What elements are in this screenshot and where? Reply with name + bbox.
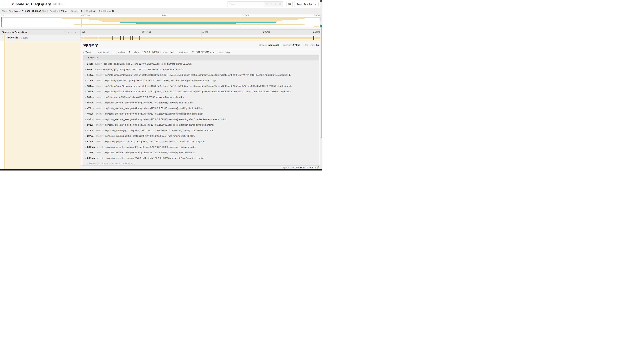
- log-row[interactable]: › 486μs: event = ‹sql/conn_executor_exec…: [84, 111, 319, 116]
- logs-list: › 34μs: event = ‹sql/exec_util.go:2297 […: [84, 60, 319, 161]
- log-row[interactable]: › 502μs: event = ‹sql/conn_executor_exec…: [84, 122, 319, 128]
- spanid-value: 4877749850101760812: [292, 166, 316, 169]
- log-row[interactable]: › 201μs: event = ‹sql/catalog/lease/desc…: [84, 89, 319, 94]
- log-row[interactable]: › 476μs: event = ‹sql/conn_executor_exec…: [84, 105, 319, 111]
- span-service-name: node sql1: [6, 36, 18, 39]
- summary-item: Depth 6: [82, 10, 95, 13]
- tag-item: _verbose = 1: [113, 51, 130, 53]
- log-key: event: [95, 63, 100, 65]
- next-match-icon[interactable]: ∨: [275, 3, 277, 5]
- view-selector-button[interactable]: Trace Timeline ∨: [294, 1, 318, 7]
- log-row[interactable]: › 597μs: event = ‹sql/distsql_running.go…: [84, 133, 319, 139]
- clear-find-icon[interactable]: ✕: [279, 3, 281, 5]
- span-detail-title: sql query: [83, 43, 259, 47]
- span-log-marker: [130, 36, 131, 40]
- log-key: event: [96, 124, 102, 126]
- meta-value: node sql1: [268, 44, 279, 46]
- service-operation-header: Service & Operation ∨ › » » ||: [0, 30, 81, 35]
- expand-all-icon[interactable]: »: [75, 31, 76, 34]
- trace-collapse-chevron-icon[interactable]: ∨: [12, 3, 14, 6]
- log-row[interactable]: › 2.69ms: event = ‹sql/conn_executor_exe…: [84, 144, 319, 150]
- minimap-left-handle[interactable]: [2, 17, 2, 21]
- log-key: event: [96, 107, 102, 110]
- ruler-tick-label: 697.75μs: [80, 14, 90, 16]
- summary-item: Trace Start March 31 2022, 17:25:09 .326: [2, 10, 46, 13]
- equals-sign: =: [102, 96, 104, 98]
- tag-value: 1: [112, 51, 113, 53]
- log-row[interactable]: › 678μs: event = ‹sql/distsql_physical_p…: [84, 139, 319, 144]
- log-row[interactable]: › 189μs: event = ‹sql/catalog/lease/desc…: [84, 83, 319, 89]
- back-button[interactable]: ←: [0, 0, 9, 8]
- equals-sign: =: [102, 135, 104, 137]
- log-row[interactable]: › 142μs: event = ‹sql/catalog/lease/desc…: [84, 72, 319, 78]
- scrollbar-teal-marker: [320, 25, 322, 27]
- tag-key: node: [162, 51, 168, 53]
- log-row[interactable]: › 459μs: event = ‹sql/conn_executor_exec…: [84, 100, 319, 105]
- log-key: event: [96, 90, 102, 93]
- link-icon[interactable]: [317, 166, 320, 169]
- tag-value: 127.0.0.1:59936: [142, 51, 158, 53]
- collapse-all-icon[interactable]: »: [71, 32, 74, 33]
- summary-value: 2.79ms: [59, 10, 67, 13]
- meta-item: Start Time: 0μs: [300, 44, 320, 46]
- chevron-right-icon: ›: [85, 68, 86, 71]
- span-duration-bar[interactable]: [81, 37, 321, 39]
- span-log-marker: [96, 36, 96, 40]
- span-row-name-cell[interactable]: ∨ node sql1 sql query: [0, 35, 81, 41]
- column-resize-handle[interactable]: ||: [79, 31, 80, 33]
- span-collapse-chevron-icon[interactable]: ∨: [2, 37, 4, 39]
- log-timestamp: 189μs:: [87, 85, 94, 87]
- scrollbar-thumb[interactable]: [320, 27, 322, 138]
- log-timestamp: 678μs:: [87, 140, 94, 143]
- prev-match-icon[interactable]: ∧: [270, 3, 272, 5]
- tag-item: user = root: [215, 51, 230, 53]
- log-row[interactable]: › 176μs: event = ‹sql/catalog/descs/desc…: [84, 78, 319, 83]
- tag-key: statement: [179, 51, 188, 53]
- chevron-right-icon: ›: [85, 90, 86, 93]
- log-row[interactable]: › 366μs: event = ‹sql/plan_opt.go:358 [n…: [84, 94, 319, 100]
- minimap-span-bar: [136, 23, 236, 24]
- log-key: event: [96, 135, 102, 137]
- summary-label: Depth: [86, 10, 92, 13]
- span-log-marker: [120, 36, 121, 40]
- log-row[interactable]: › 2.7ms: event = ‹sql/conn_executor_exec…: [84, 150, 319, 155]
- chevron-right-icon: ›: [85, 124, 86, 126]
- page-scrollbar[interactable]: [320, 0, 322, 169]
- log-timestamp: 2.7ms:: [87, 151, 94, 154]
- equals-sign: =: [101, 68, 102, 71]
- log-key: event: [96, 101, 102, 104]
- log-row[interactable]: › 2.79ms: event = ‹sql/conn_executor_exe…: [84, 155, 319, 161]
- log-row[interactable]: › 80μs: event = ‹sql/plan_opt.go:358 [ns…: [84, 67, 319, 72]
- collapse-one-icon[interactable]: ∨: [64, 31, 66, 34]
- trace-minimap[interactable]: [2, 17, 320, 27]
- equals-sign: =: [168, 51, 170, 53]
- tag-item: client = 127.0.0.1:59936: [130, 51, 158, 53]
- chevron-right-icon: ›: [85, 140, 86, 143]
- log-key: event: [96, 96, 102, 98]
- span-row-timeline-cell[interactable]: [81, 35, 322, 41]
- logs-label: Logs: [88, 56, 94, 59]
- logs-header[interactable]: ⌄ Logs (18): [84, 56, 319, 60]
- summary-value-fraction: .326: [41, 10, 46, 13]
- log-row[interactable]: › 495μs: event = ‹sql/conn_executor_exec…: [84, 116, 319, 122]
- equals-sign: =: [102, 74, 104, 76]
- meta-label: Start Time:: [304, 44, 315, 46]
- keyboard-shortcuts-button[interactable]: ⌘: [286, 1, 292, 7]
- span-operation-name: sql query: [20, 37, 28, 39]
- log-key: event: [96, 151, 102, 154]
- log-value: ‹sql/exec_util.go:2297 [nsql1,client=127…: [103, 63, 192, 65]
- log-row[interactable]: › 34μs: event = ‹sql/exec_util.go:2297 […: [84, 61, 319, 67]
- command-icon: ⌘: [288, 2, 291, 6]
- log-row[interactable]: › 574μs: event = ‹sql/distsql_running.go…: [84, 128, 319, 133]
- expand-one-icon[interactable]: ›: [68, 31, 69, 34]
- equals-sign: =: [102, 112, 104, 115]
- log-value: ‹sql/distsql_running.go:1420 [nsql1,clie…: [104, 129, 214, 132]
- find-input[interactable]: [228, 2, 264, 7]
- ruler-tick-label: 1.4ms: [161, 14, 167, 16]
- locate-icon[interactable]: ◎: [266, 3, 268, 5]
- span-log-marker: [84, 36, 84, 40]
- summary-label: Trace Start: [2, 10, 14, 13]
- chevron-right-icon: ›: [85, 63, 86, 65]
- chevron-right-icon: ›: [85, 96, 86, 98]
- tags-accordion[interactable]: › Tags: _unfinished = 1 _verbose = 1 cli…: [81, 49, 322, 55]
